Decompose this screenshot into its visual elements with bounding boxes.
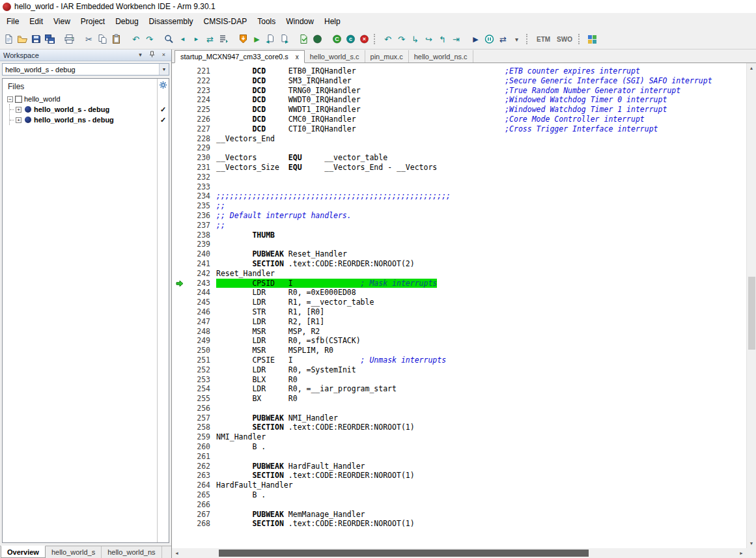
breakpoint-margin[interactable]	[172, 279, 191, 288]
breakpoint-margin[interactable]	[172, 221, 191, 230]
breakpoint-margin[interactable]	[172, 327, 191, 337]
workspace-tab-overview[interactable]: Overview	[1, 546, 46, 558]
step-into-icon[interactable]: ↳	[408, 33, 422, 46]
breakpoint-margin[interactable]	[172, 423, 191, 432]
code-line[interactable]: 225 DCD WWDT1_IRQHandler ;Windowed Watch…	[172, 105, 746, 115]
horizontal-scroll-thumb[interactable]	[219, 550, 589, 557]
breakpoint-margin[interactable]	[172, 259, 191, 269]
code-line[interactable]: 258 SECTION .text:CODE:REORDER:NOROOT(1)	[172, 423, 746, 432]
workspace-tab-hello-world-s[interactable]: hello_world_s	[46, 546, 102, 558]
function-list-icon[interactable]	[217, 33, 231, 46]
breakpoint-margin[interactable]	[172, 442, 191, 452]
config-selector[interactable]: hello_world_s - debug ▼	[2, 63, 169, 76]
code-line[interactable]: 242Reset_Handler	[172, 269, 746, 279]
tree-item-config[interactable]: +hello_world_ns - debug	[10, 115, 157, 125]
debug-menu-icon[interactable]: ▾	[510, 33, 524, 46]
find-next-icon[interactable]: ►	[189, 33, 203, 46]
code-line[interactable]: 240 PUBWEAK Reset_Handler	[172, 249, 746, 259]
menu-edit[interactable]: Edit	[24, 14, 48, 29]
auto-hide-pin-icon[interactable]	[148, 51, 156, 60]
scroll-left-icon[interactable]: ◄	[172, 548, 182, 558]
recompile-icon[interactable]: c	[344, 33, 357, 46]
breakpoint-margin[interactable]	[172, 298, 191, 307]
code-line[interactable]: 226 DCD CMC0_IRQHandler ;Core Mode Contr…	[172, 115, 746, 124]
breakpoint-margin[interactable]	[172, 336, 191, 346]
code-line[interactable]: 262 PUBWEAK HardFault_Handler	[172, 462, 746, 471]
code-line[interactable]: 246 STR R1, [R0]	[172, 307, 746, 317]
breakpoint-margin[interactable]	[172, 66, 191, 76]
scroll-up-icon[interactable]: ▲	[747, 63, 756, 73]
breakpoint-margin[interactable]	[172, 346, 191, 356]
editor-tab-startup-mcxn947-cm33-core0-s[interactable]: startup_MCXN947_cm33_core0.sx	[175, 50, 305, 63]
editor-tab-hello-world-s-c[interactable]: hello_world_s.c	[305, 50, 365, 63]
breakpoint-margin[interactable]	[172, 230, 191, 240]
workspace-menu-icon[interactable]: ▾	[136, 51, 145, 59]
tree-item-project[interactable]: −hello_world	[5, 94, 157, 104]
open-document-icon[interactable]	[16, 33, 29, 46]
code-line[interactable]: 231__Vectors_Size EQU __Vectors_End - __…	[172, 163, 746, 173]
break-icon[interactable]	[483, 33, 496, 46]
menu-disassembly[interactable]: Disassembly	[144, 14, 199, 29]
breakpoint-margin[interactable]	[172, 519, 191, 529]
menu-file[interactable]: File	[1, 14, 24, 29]
toolbar-grip[interactable]	[526, 34, 531, 44]
breakpoint-margin[interactable]	[172, 356, 191, 365]
breakpoint-margin[interactable]	[172, 432, 191, 442]
make-icon[interactable]	[297, 33, 311, 46]
breakpoint-margin[interactable]	[172, 182, 191, 192]
navigate-forward-icon[interactable]: ↷	[395, 33, 408, 46]
tree-item-config[interactable]: +hello_world_s - debug	[10, 104, 157, 115]
breakpoint-margin[interactable]	[172, 307, 191, 317]
code-line[interactable]: 229	[172, 143, 746, 153]
breakpoint-margin[interactable]	[172, 86, 191, 96]
stop-build-icon[interactable]: ×	[357, 33, 371, 46]
code-line[interactable]: 252 LDR R0, =SystemInit	[172, 365, 746, 375]
menu-help[interactable]: Help	[319, 14, 346, 29]
breakpoint-margin[interactable]	[172, 134, 191, 144]
step-over-icon[interactable]: ↪	[422, 33, 436, 46]
breakpoint-margin[interactable]	[172, 105, 191, 115]
code-line[interactable]: 228__Vectors_End	[172, 134, 746, 144]
breakpoint-margin[interactable]	[172, 510, 191, 520]
breakpoint-margin[interactable]	[172, 115, 191, 124]
workspace-tab-hello-world-ns[interactable]: hello_world_ns	[102, 546, 161, 558]
find-replace-icon[interactable]: ⇄	[203, 33, 217, 46]
code-line[interactable]: 244 LDR R0, =0xE000ED08	[172, 288, 746, 298]
code-line[interactable]: 260 B .	[172, 442, 746, 452]
etm-button[interactable]: ETM	[533, 33, 553, 46]
code-line[interactable]: 249 LDR R0, =sfb(CSTACK)	[172, 336, 746, 346]
copy-icon[interactable]	[96, 33, 109, 46]
code-line[interactable]: 227 DCD CTI0_IRQHandler ;Cross Trigger I…	[172, 124, 746, 134]
go-icon[interactable]: ▶	[469, 33, 483, 46]
breakpoint-margin[interactable]	[172, 143, 191, 153]
code-line[interactable]: 254 LDR R0, =__iar_program_start	[172, 384, 746, 394]
breakpoint-margin[interactable]	[172, 173, 191, 182]
scroll-right-icon[interactable]: ►	[736, 548, 746, 558]
code-line[interactable]: 222 DCD SM3_IRQHandler ;Secure Generic I…	[172, 76, 746, 86]
breakpoint-margin[interactable]	[172, 365, 191, 375]
code-line[interactable]: 263 SECTION .text:CODE:REORDER:NOROOT(1)	[172, 471, 746, 481]
download-and-debug-icon[interactable]	[236, 33, 250, 46]
code-line[interactable]: 232	[172, 173, 746, 182]
code-line[interactable]: 236;; Default interrupt handlers.	[172, 211, 746, 221]
code-line[interactable]: 239	[172, 240, 746, 249]
menu-tools[interactable]: Tools	[252, 14, 281, 29]
close-workspace-icon[interactable]: ×	[160, 51, 168, 59]
code-line[interactable]: 253 BLX R0	[172, 375, 746, 385]
breakpoint-margin[interactable]	[172, 471, 191, 481]
expand-expander-icon[interactable]: +	[16, 107, 21, 113]
code-line[interactable]: 251 CPSIE I ; Unmask interrupts	[172, 356, 746, 365]
vertical-scroll-thumb[interactable]	[748, 277, 755, 350]
code-line[interactable]: 221 DCD ETB0_IRQHandler ;ETB counter exp…	[172, 66, 746, 76]
breakpoint-margin[interactable]	[172, 163, 191, 173]
toolbar-grip[interactable]	[578, 34, 583, 44]
code-line[interactable]: 245 LDR R1, =__vector_table	[172, 298, 746, 307]
quick-search-icon[interactable]	[162, 33, 176, 46]
code-editor[interactable]: 221 DCD ETB0_IRQHandler ;ETB counter exp…	[172, 63, 746, 548]
breakpoint-margin[interactable]	[172, 375, 191, 385]
code-line[interactable]: 224 DCD WWDT0_IRQHandler ;Windowed Watch…	[172, 95, 746, 105]
breakpoint-margin[interactable]	[172, 249, 191, 259]
code-line[interactable]: 256	[172, 404, 746, 413]
breakpoint-margin[interactable]	[172, 394, 191, 404]
paste-icon[interactable]	[109, 33, 123, 46]
